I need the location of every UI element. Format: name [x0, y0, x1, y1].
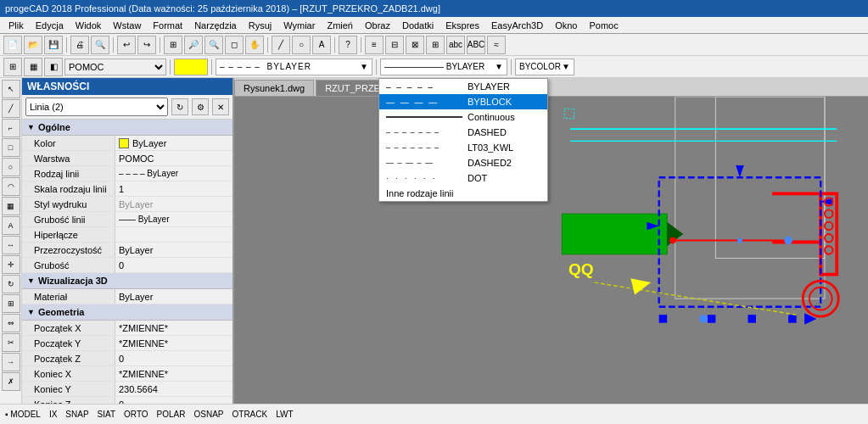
- tab-rysunek1[interactable]: Rysunek1.dwg: [234, 80, 314, 96]
- open-button[interactable]: 📂: [24, 36, 42, 54]
- polyline-tool[interactable]: ⌐: [2, 119, 20, 137]
- line-button[interactable]: ╱: [272, 36, 290, 54]
- mirror-tool[interactable]: ⇔: [2, 314, 20, 332]
- section-geom[interactable]: ▼ Geometria: [22, 304, 232, 321]
- menu-format[interactable]: Format: [148, 19, 188, 32]
- print-preview-button[interactable]: 🔍: [91, 36, 109, 54]
- section-wiz3d[interactable]: ▼ Wizualizacja 3D: [22, 273, 232, 289]
- rotate-tool[interactable]: ↻: [2, 275, 20, 293]
- circle-tool[interactable]: ○: [2, 158, 20, 176]
- dropdown-dashed[interactable]: – – – – – – – DASHED: [379, 125, 547, 140]
- prop-material-value[interactable]: ByLayer: [115, 289, 232, 304]
- prop-koniecz-value[interactable]: 0: [115, 397, 232, 404]
- ortho-status[interactable]: ORTO: [124, 410, 148, 419]
- grid-status[interactable]: SIAT: [98, 410, 115, 419]
- menu-wymiar[interactable]: Wymiar: [278, 19, 320, 32]
- prop-poczz-value[interactable]: 0: [115, 351, 232, 365]
- tool4[interactable]: ⊞: [426, 36, 445, 54]
- tool5[interactable]: abc: [446, 36, 465, 54]
- text-button[interactable]: A: [312, 36, 331, 54]
- zoom-in[interactable]: 🔎: [184, 36, 203, 54]
- prop-grubos-value[interactable]: 0: [115, 258, 232, 272]
- select-tool[interactable]: ↖: [2, 80, 20, 98]
- menu-ekspres[interactable]: Ekspres: [440, 19, 484, 32]
- plot-style-selector[interactable]: BYCOLOR ▼: [515, 59, 574, 75]
- circle-button[interactable]: ○: [292, 36, 311, 54]
- menu-wstaw[interactable]: Wstaw: [108, 19, 146, 32]
- new-button[interactable]: 📄: [3, 36, 22, 54]
- pan-button[interactable]: ✋: [245, 36, 264, 54]
- tool1[interactable]: ≡: [365, 36, 384, 54]
- prop-koniecx-value[interactable]: *ZMIENNE*: [115, 366, 232, 381]
- layer-select[interactable]: POMOC: [64, 59, 166, 75]
- menu-easyarch3d[interactable]: EasyArch3D: [486, 19, 548, 32]
- menu-dodatki[interactable]: Dodatki: [397, 19, 439, 32]
- arc-tool[interactable]: ◠: [2, 177, 20, 196]
- zoom-extent[interactable]: ⊞: [164, 36, 182, 54]
- layer-state-button[interactable]: ◧: [44, 58, 63, 76]
- section-ogolne[interactable]: ▼ Ogólne: [22, 120, 232, 136]
- tool2[interactable]: ⊟: [385, 36, 404, 54]
- menu-widok[interactable]: Widok: [70, 19, 107, 32]
- help-button[interactable]: ?: [339, 36, 357, 54]
- move-tool[interactable]: ✛: [2, 255, 20, 274]
- line-tool[interactable]: ╱: [2, 99, 20, 118]
- menu-narzedzia[interactable]: Narzędzia: [189, 19, 242, 32]
- dropdown-continuous[interactable]: Continuous: [379, 109, 547, 125]
- tool3[interactable]: ⊠: [406, 36, 424, 54]
- print-button[interactable]: 🖨: [70, 36, 89, 54]
- prop-warstwa-value[interactable]: POMOC: [115, 151, 232, 165]
- object-selector[interactable]: Linia (2): [25, 98, 168, 116]
- menu-obraz[interactable]: Obraz: [360, 19, 395, 32]
- tool6[interactable]: ABC: [467, 36, 485, 54]
- rectangle-tool[interactable]: □: [2, 138, 20, 157]
- prop-kolor-value[interactable]: ByLayer: [115, 136, 232, 150]
- prop-grub-linii-value[interactable]: —— ByLayer: [115, 212, 232, 226]
- dropdown-dot[interactable]: · · · · · · DOT: [379, 170, 547, 186]
- prop-rodzaj-value[interactable]: – – – – ByLayer: [115, 166, 232, 181]
- tool7[interactable]: ≈: [487, 36, 506, 54]
- otrack-status[interactable]: OTRACK: [232, 410, 268, 419]
- menu-rysuj[interactable]: Rysuj: [244, 19, 277, 32]
- dropdown-lt03kwl[interactable]: – – – – – – – LT03_KWL: [379, 140, 547, 155]
- prop-poczy-value[interactable]: *ZMIENNE*: [115, 336, 232, 350]
- dropdown-dashed2[interactable]: — – — – — DASHED2: [379, 155, 547, 170]
- prop-styl-value[interactable]: ByLayer: [115, 197, 232, 211]
- zoom-out[interactable]: 🔍: [204, 36, 223, 54]
- dropdown-byblock[interactable]: — — — — BYBLOCK: [379, 94, 547, 109]
- prop-hyperlink-value[interactable]: [115, 227, 232, 242]
- prop-poczx-value[interactable]: *ZMIENNE*: [115, 321, 232, 335]
- props-refresh[interactable]: ↻: [171, 98, 188, 115]
- zoom-window[interactable]: ◻: [225, 36, 244, 54]
- snap-status[interactable]: SNAP: [65, 410, 88, 419]
- scale-tool[interactable]: ⊞: [2, 294, 20, 313]
- prop-kondray-value[interactable]: 230.5664: [115, 382, 232, 396]
- menu-okno[interactable]: Okno: [550, 19, 582, 32]
- dim-tool[interactable]: ↔: [2, 236, 20, 254]
- save-button[interactable]: 💾: [44, 36, 63, 54]
- layer-props-button[interactable]: ▦: [24, 58, 42, 76]
- undo-button[interactable]: ↩: [117, 36, 136, 54]
- erase-tool[interactable]: ✗: [2, 372, 20, 391]
- hatch-tool[interactable]: ▦: [2, 197, 20, 215]
- extend-tool[interactable]: →: [2, 353, 20, 371]
- props-close[interactable]: ✕: [212, 98, 229, 115]
- dropdown-bylayer[interactable]: – – – – – BYLAYER: [379, 79, 547, 94]
- layers-button[interactable]: ⊞: [3, 58, 22, 76]
- polar-status[interactable]: POLAR: [157, 410, 186, 419]
- menu-pomoc[interactable]: Pomoc: [584, 19, 623, 32]
- prop-skala-value[interactable]: 1: [115, 181, 232, 196]
- color-swatch[interactable]: [174, 59, 208, 75]
- trim-tool[interactable]: ✂: [2, 333, 20, 352]
- dropdown-inne[interactable]: Inne rodzaje linii: [379, 186, 547, 201]
- linetype-dropdown[interactable]: – – – – – BYLAYER — — — — BYBLOCK Contin…: [378, 78, 548, 202]
- prop-przezr-value[interactable]: ByLayer: [115, 243, 232, 257]
- menu-zmien[interactable]: Zmień: [322, 19, 358, 32]
- lwt-status[interactable]: LWT: [276, 410, 293, 419]
- linetype-selector[interactable]: – – – – – BYLAYER ▼: [216, 59, 372, 75]
- osnap-status[interactable]: OSNAP: [194, 410, 224, 419]
- model-label[interactable]: ▪ MODEL: [5, 410, 41, 419]
- props-settings[interactable]: ⚙: [192, 98, 209, 115]
- redo-button[interactable]: ↪: [137, 36, 156, 54]
- menu-edycja[interactable]: Edycja: [31, 19, 69, 32]
